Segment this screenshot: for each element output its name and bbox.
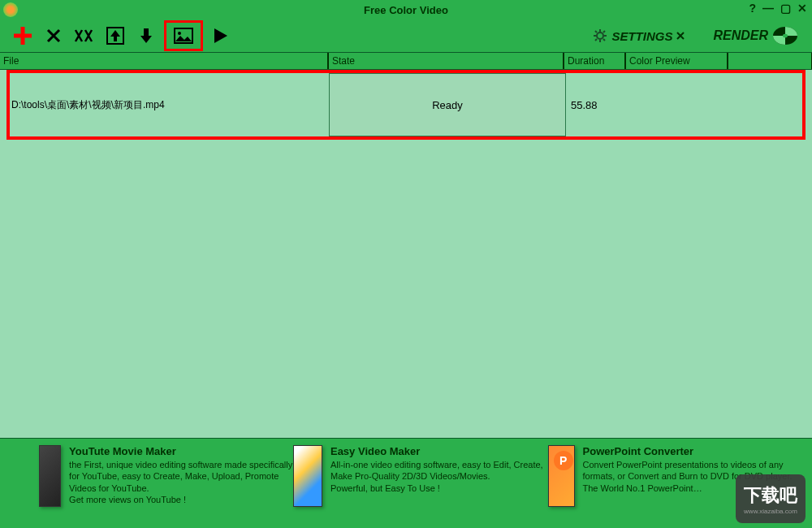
minimize-button[interactable]: — <box>762 2 774 15</box>
cell-preview <box>628 73 802 136</box>
settings-label: SETTINGS <box>611 29 672 43</box>
toolbar: SETTINGS RENDER <box>0 19 812 52</box>
settings-button[interactable]: SETTINGS <box>585 28 692 44</box>
promo-thumb-icon <box>548 445 575 507</box>
render-button[interactable]: RENDER <box>706 24 806 47</box>
column-spacer <box>728 53 812 69</box>
promo-desc: the First, unique video editing software… <box>69 459 293 494</box>
promo-thumb-icon <box>39 445 61 507</box>
cell-duration: 55.88 <box>566 73 628 136</box>
svg-point-2 <box>178 32 181 35</box>
close-button[interactable]: ✕ <box>797 2 807 15</box>
svg-point-3 <box>597 32 603 39</box>
column-state[interactable]: State <box>328 53 564 69</box>
cell-state: Ready <box>329 73 566 136</box>
move-down-button[interactable] <box>133 23 159 49</box>
cell-file: D:\tools\桌面\素材\视频\新项目.mp4 <box>10 73 329 136</box>
window-title: Free Color Video <box>364 4 448 16</box>
double-x-icon <box>74 28 95 44</box>
delete-button[interactable] <box>41 23 67 49</box>
promo-desc: All-in-one video editing software, easy … <box>330 459 548 483</box>
promo-bar: YouTute Movie Maker the First, unique vi… <box>0 439 812 528</box>
promo-item-youtube[interactable]: YouTute Movie Maker the First, unique vi… <box>39 445 293 528</box>
column-duration[interactable]: Duration <box>564 53 625 69</box>
promo-title: Easy Video Maker <box>330 445 548 457</box>
arrow-up-icon <box>106 27 124 45</box>
svg-point-5 <box>783 34 788 38</box>
promo-extra: The World No.1 PowerPoint… <box>583 483 802 494</box>
column-file[interactable]: File <box>0 53 328 69</box>
play-button[interactable] <box>208 23 234 49</box>
arrow-down-icon <box>139 27 153 45</box>
image-highlight-box <box>164 20 203 51</box>
close-x-icon <box>676 31 685 41</box>
move-up-button[interactable] <box>102 23 128 49</box>
x-icon <box>45 28 62 44</box>
promo-desc: Convert PowerPoint presentations to vide… <box>583 459 802 483</box>
clear-all-button[interactable] <box>71 23 97 49</box>
promo-extra: Get more views on YouTube ! <box>69 494 293 505</box>
table-header: File State Duration Color Preview <box>0 52 812 70</box>
image-button[interactable] <box>171 23 197 49</box>
plus-icon <box>12 25 33 46</box>
promo-title: PowerPoint Converter <box>583 445 802 457</box>
gear-icon <box>592 28 608 44</box>
titlebar: Free Color Video ? — ▢ ✕ <box>0 0 812 19</box>
promo-item-easyvideo[interactable]: Easy Video Maker All-in-one video editin… <box>293 445 547 528</box>
column-preview[interactable]: Color Preview <box>625 53 728 69</box>
app-icon <box>3 2 18 17</box>
image-icon <box>174 28 193 44</box>
promo-title: YouTute Movie Maker <box>69 445 293 457</box>
promo-thumb-icon <box>293 445 322 507</box>
add-button[interactable] <box>10 23 36 49</box>
render-disc-icon <box>771 24 799 47</box>
help-button[interactable]: ? <box>749 2 756 15</box>
table-body: D:\tools\桌面\素材\视频\新项目.mp4 Ready 55.88 <box>0 70 812 439</box>
promo-extra: Powerful, but Easy To Use ! <box>330 483 548 494</box>
maximize-button[interactable]: ▢ <box>780 2 791 15</box>
render-label: RENDER <box>713 28 768 43</box>
promo-item-ppt[interactable]: PowerPoint Converter Convert PowerPoint … <box>548 445 802 528</box>
play-icon <box>213 27 229 45</box>
table-row[interactable]: D:\tools\桌面\素材\视频\新项目.mp4 Ready 55.88 <box>6 70 806 140</box>
